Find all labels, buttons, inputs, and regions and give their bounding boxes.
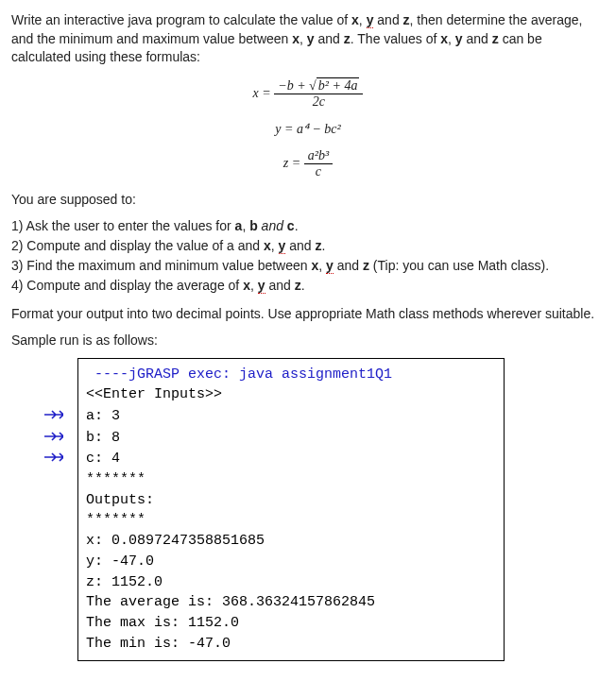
intro-x: x	[351, 12, 359, 27]
sample-min-line: The min is: -47.0	[78, 634, 504, 655]
sample-stars-2: *******	[78, 510, 504, 531]
formula-z: z = a²b³ c	[11, 148, 605, 179]
formula-x: x = −b + √b² + 4a 2c	[11, 78, 605, 110]
step-3: 3) Find the maximum and minimum value be…	[11, 256, 605, 276]
sample-z-line: z: 1152.0	[78, 572, 504, 593]
step-4: 4) Compute and display the average of x,…	[11, 276, 605, 296]
sample-x-line: x: 0.0897247358851685	[78, 531, 504, 552]
input-arrow-icon	[44, 448, 67, 468]
formula-y: y = a⁴ − bc²	[11, 121, 605, 137]
supposed-heading: You are supposed to:	[11, 191, 605, 210]
steps-list: 1) Ask the user to enter the values for …	[11, 216, 605, 296]
intro-paragraph: Write an interactive java program to cal…	[11, 11, 605, 67]
step-1: 1) Ask the user to enter the values for …	[11, 216, 605, 236]
sample-max-line: The max is: 1152.0	[78, 613, 504, 634]
sample-stars-1: *******	[78, 469, 504, 490]
intro-text: Write an interactive java program to cal…	[11, 12, 351, 27]
sample-b-line: b: 8	[78, 427, 504, 449]
step-2: 2) Compute and display the value of a an…	[11, 236, 605, 256]
input-arrow-icon	[44, 427, 67, 448]
input-arrow-icon	[44, 405, 67, 426]
sample-a-line: a: 3	[78, 405, 504, 427]
sample-label: Sample run is as follows:	[11, 332, 605, 350]
sample-avg-line: The average is: 368.36324157862845	[78, 592, 504, 613]
sample-outputs: Outputs:	[78, 490, 504, 511]
intro-z: z	[403, 12, 410, 27]
sample-output-box: ----jGRASP exec: java assignment1Q1 <<En…	[77, 358, 505, 661]
sample-y-line: y: -47.0	[78, 552, 504, 572]
format-note: Format your output into two decimal poin…	[11, 305, 605, 324]
sample-exec-line: ----jGRASP exec: java assignment1Q1	[78, 365, 504, 385]
sample-c-line: c: 4	[78, 448, 504, 469]
sample-enter-line: <<Enter Inputs>>	[78, 384, 504, 405]
